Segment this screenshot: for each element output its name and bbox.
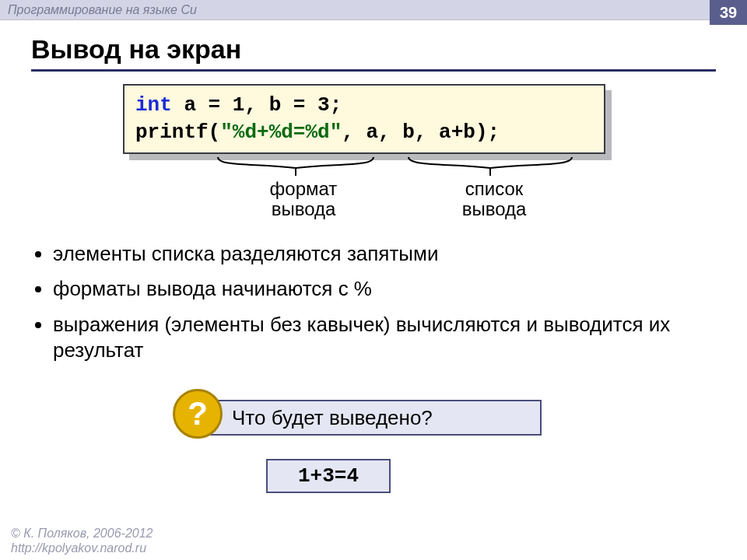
brace-format-icon xyxy=(214,156,377,177)
question-text: Что будет выведено? xyxy=(232,406,433,430)
bullet-1: элементы списка разделяются запятыми xyxy=(53,241,724,267)
footer-url: http://kpolyakov.narod.ru xyxy=(11,541,153,555)
slide: Программирование на языке Си 39 Вывод на… xyxy=(0,0,747,560)
annotation-format: формат вывода xyxy=(257,179,350,220)
code-line1-rest: a = 1, b = 3; xyxy=(172,93,342,117)
bullet-2: форматы вывода начинаются с % xyxy=(53,276,724,302)
code-format-string: "%d+%d=%d" xyxy=(220,121,342,144)
footer-copyright: © К. Поляков, 2006-2012 xyxy=(11,526,153,541)
question-mark-icon: ? xyxy=(173,389,223,439)
topbar-title: Программирование на языке Си xyxy=(8,3,197,17)
bullet-list: элементы списка разделяются запятыми фор… xyxy=(31,241,724,373)
code-func: printf( xyxy=(135,121,220,144)
code-keyword: int xyxy=(135,93,172,117)
footer: © К. Поляков, 2006-2012 http://kpolyakov… xyxy=(11,526,153,555)
bullet-3: выражения (элементы без кавычек) вычисля… xyxy=(53,312,724,364)
topbar: Программирование на языке Си xyxy=(0,0,747,20)
slide-heading: Вывод на экран xyxy=(31,34,716,72)
answer-box: 1+3=4 xyxy=(266,459,391,493)
page-number-badge: 39 xyxy=(710,0,747,25)
code-box: int a = 1, b = 3; printf("%d+%d=%d", a, … xyxy=(123,84,605,154)
code-args: , a, b, a+b); xyxy=(342,121,500,144)
question-box: Что будет выведено? xyxy=(199,400,542,436)
brace-list-icon xyxy=(405,156,576,177)
annotation-list: список вывода xyxy=(447,179,541,220)
